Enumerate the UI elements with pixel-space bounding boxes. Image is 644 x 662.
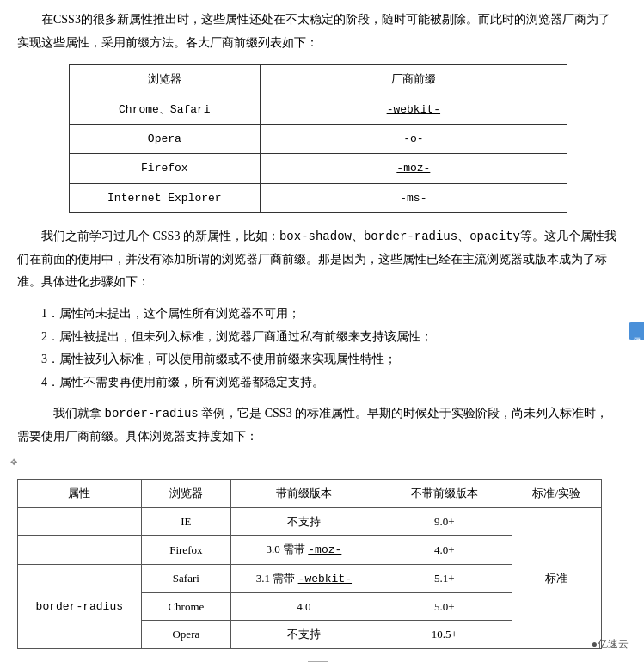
browser-name: Opera (69, 124, 261, 153)
browser-cell: Chrome (141, 593, 230, 621)
paragraph-text: 我们之前学习过几个 CSS3 的新属性，比如：box-shadow、border… (17, 225, 618, 294)
prefix-value: -ms- (261, 183, 567, 212)
table-header-row: 浏览器 厂商前缀 (69, 65, 567, 95)
code-inline: opacity (469, 230, 520, 243)
evolution-list: 1．属性尚未提出，这个属性所有浏览器不可用； 2．属性被提出，但未列入标准，浏览… (17, 303, 618, 394)
prefix-value: -moz- (261, 154, 567, 183)
table-row: Firefox -moz- (69, 154, 567, 183)
browser-cell: Opera (141, 621, 230, 648)
header-property: 属性 (18, 480, 142, 507)
prefix-value: -o- (261, 124, 567, 153)
table-row: Opera -o- (69, 124, 567, 153)
with-prefix-cell: 不支持 (231, 621, 377, 648)
standard-cell: 标准 (512, 507, 601, 648)
intro-paragraph: 在CSS3的很多新属性推出时，这些属性还处在不太稳定的阶段，随时可能被剔除。而此… (17, 9, 618, 54)
with-prefix-cell: 3.0 需带 -moz- (231, 536, 377, 564)
border-radius-table-wrapper: ✥ 属性 浏览器 带前缀版本 不带前缀版本 标准/实验 IE 不支持 9.0+ … (17, 455, 618, 662)
with-prefix-cell: 4.0 (231, 593, 377, 621)
list-item: 2．属性被提出，但未列入标准，浏览器厂商通过私有前缀来支持该属性； (41, 326, 618, 349)
browser-cell: Safari (141, 564, 230, 592)
without-prefix-cell: 5.1+ (377, 564, 512, 592)
list-item: 1．属性尚未提出，这个属性所有浏览器不可用； (41, 303, 618, 326)
property-cell: border-radius (18, 564, 142, 648)
list-item: 3．属性被列入标准，可以使用前缀或不使用前缀来实现属性特性； (41, 348, 618, 371)
code-inline: box-shadow (279, 230, 352, 243)
header-without-prefix: 不带前缀版本 (377, 480, 512, 507)
table-header-row: 属性 浏览器 带前缀版本 不带前缀版本 标准/实验 (18, 480, 602, 507)
page-content: 在CSS3的很多新属性推出时，这些属性还处在不太稳定的阶段，随时可能被剔除。而此… (0, 0, 644, 662)
prefix-value: -webkit- (261, 95, 567, 124)
prefix-text: -webkit- (298, 573, 352, 585)
border-radius-table-container: 属性 浏览器 带前缀版本 不带前缀版本 标准/实验 IE 不支持 9.0+ 标准 (17, 479, 618, 648)
header-prefix: 厂商前缀 (261, 65, 567, 95)
without-prefix-cell: 10.5+ (377, 621, 512, 648)
watermark: ●亿速云 (592, 637, 629, 652)
browser-cell: Firefox (141, 536, 230, 564)
list-item: 4．属性不需要再使用前缀，所有浏览器都稳定支持。 (41, 371, 618, 395)
sidebar-button[interactable]: 亿速云 (629, 322, 644, 340)
header-browser: 浏览器 (141, 480, 230, 507)
paragraph-3: 我们就拿 border-radius 举例，它是 CSS3 的标准属性。早期的时… (17, 402, 618, 448)
prefix-text: -moz- (396, 162, 430, 175)
browser-prefix-table-container: 浏览器 厂商前缀 Chrome、Safari -webkit- Opera -o… (17, 64, 618, 213)
prefix-text: -webkit- (387, 103, 440, 116)
property-cell (18, 507, 142, 535)
without-prefix-cell: 5.0+ (377, 593, 512, 621)
browser-name: Chrome、Safari (69, 95, 261, 124)
table-row: IE 不支持 9.0+ 标准 (18, 507, 602, 535)
border-radius-code: border-radius (105, 407, 199, 420)
browser-name: Internet Explorer (69, 183, 261, 212)
property-cell (18, 536, 142, 564)
with-prefix-cell: 不支持 (231, 507, 377, 535)
header-with-prefix: 带前缀版本 (231, 480, 377, 507)
border-radius-table: 属性 浏览器 带前缀版本 不带前缀版本 标准/实验 IE 不支持 9.0+ 标准 (17, 479, 602, 648)
with-prefix-cell: 3.1 需带 -webkit- (231, 564, 377, 592)
prefix-text: -moz- (308, 543, 341, 556)
browser-prefix-table: 浏览器 厂商前缀 Chrome、Safari -webkit- Opera -o… (69, 64, 567, 213)
body-paragraph-2: 我们之前学习过几个 CSS3 的新属性，比如：box-shadow、border… (17, 225, 618, 294)
browser-name: Firefox (69, 154, 261, 183)
code-inline: border-radius (364, 230, 457, 243)
table-row: Chrome、Safari -webkit- (69, 95, 567, 124)
without-prefix-cell: 9.0+ (377, 507, 512, 535)
drag-handle-icon[interactable]: ✥ (10, 455, 611, 470)
browser-cell: IE (141, 507, 230, 535)
table-row: Internet Explorer -ms- (69, 183, 567, 212)
header-standard: 标准/实验 (512, 480, 601, 507)
header-browser: 浏览器 (69, 65, 261, 95)
without-prefix-cell: 4.0+ (377, 536, 512, 564)
